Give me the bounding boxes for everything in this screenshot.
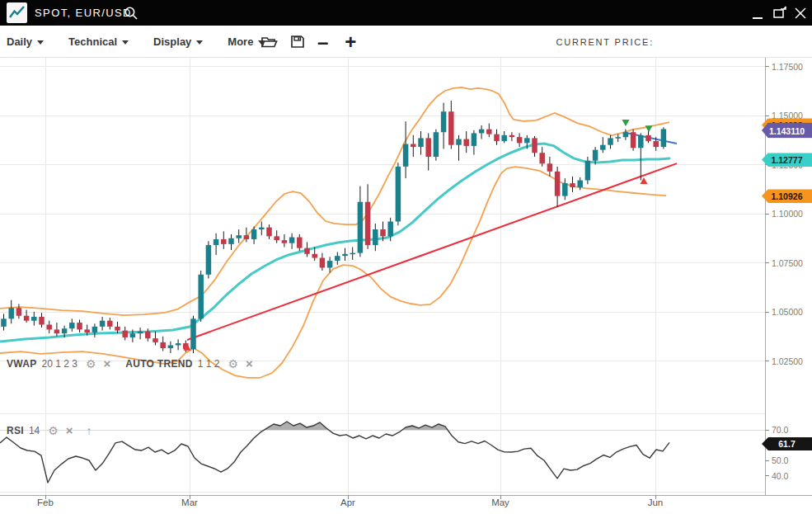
rsi-axis-label: 70.0	[772, 425, 788, 435]
rsi-axis-label: 50.0	[772, 455, 788, 465]
price-axis-label: 1.05000	[772, 307, 803, 317]
month-label: Apr	[340, 497, 355, 507]
price-axis-label: 1.02500	[772, 356, 803, 366]
trading-app-window: 1.175001.150001.125001.100001.075001.050…	[0, 0, 812, 514]
chevron-down-icon	[37, 40, 44, 45]
remove-indicator-icon[interactable]: ×	[103, 359, 110, 369]
chart-canvas[interactable]	[0, 0, 812, 514]
popout-button[interactable]	[772, 5, 788, 21]
save-icon[interactable]	[290, 35, 305, 49]
vwap-params: 20 1 2 3	[42, 358, 77, 370]
price-axis-label: 1.17500	[772, 62, 803, 72]
symbol-title: SPOT, EUR/USD	[35, 7, 132, 19]
title-bar: SPOT, EUR/USD	[0, 0, 812, 26]
open-folder-icon[interactable]	[260, 35, 278, 49]
rsi-value-badge: 61.7	[762, 437, 812, 450]
price-axis-label: 1.10000	[772, 209, 803, 219]
auto-trend-label: AUTO TREND	[125, 358, 192, 370]
remove-indicator-icon[interactable]: ×	[246, 359, 253, 369]
expand-pane-icon[interactable]: ↑	[87, 424, 92, 437]
rsi-axis-label: 40.0	[772, 471, 788, 481]
month-label: Mar	[181, 497, 198, 507]
vwap-label: VWAP	[7, 358, 37, 370]
gear-icon[interactable]: ⚙	[86, 359, 96, 369]
menu-technical[interactable]: Technical	[68, 35, 129, 48]
gear-icon[interactable]: ⚙	[48, 426, 59, 436]
month-label: Jun	[648, 497, 664, 507]
remove-indicator-icon[interactable]: ×	[66, 426, 73, 436]
rsi-label: RSI	[7, 425, 24, 436]
close-icon[interactable]	[792, 5, 809, 21]
menu-display[interactable]: Display	[153, 35, 203, 48]
month-label: May	[491, 497, 509, 507]
price-tag-badge: 1.10926	[762, 189, 812, 203]
minimize-button[interactable]	[750, 7, 767, 23]
auto-trend-params: 1 1 2	[198, 358, 220, 370]
rsi-indicator-row: RSI 14 ⚙ × ↑	[7, 424, 92, 437]
month-label: Feb	[37, 497, 54, 507]
price-tag-badge: 1.12777	[762, 153, 812, 167]
price-tag-badge: 1.143110	[762, 123, 812, 139]
rsi-params: 14	[29, 425, 40, 436]
gear-icon[interactable]: ⚙	[228, 359, 238, 369]
current-price-label: CURRENT PRICE:	[556, 37, 654, 47]
chevron-down-icon	[122, 40, 129, 45]
vwap-indicator-row: VWAP 20 1 2 3 ⚙ × AUTO TREND 1 1 2 ⚙ ×	[7, 358, 253, 370]
menu-more[interactable]: More	[228, 35, 265, 48]
toolbar: DailyTechnicalDisplayMore – + CURRENT PR…	[0, 26, 812, 58]
app-logo-icon	[7, 2, 27, 23]
search-icon[interactable]	[124, 6, 138, 21]
price-axis-label: 1.07500	[772, 258, 803, 268]
menu-daily[interactable]: Daily	[7, 35, 44, 48]
zoom-out-button[interactable]: –	[317, 34, 328, 50]
chevron-down-icon	[196, 40, 203, 45]
zoom-in-button[interactable]: +	[345, 34, 356, 50]
